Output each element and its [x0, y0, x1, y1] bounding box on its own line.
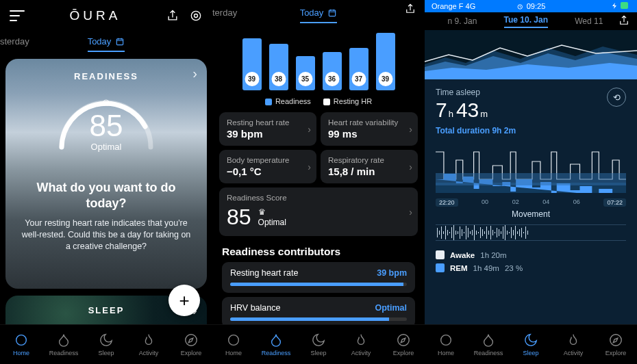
history-bars[interactable]: 393835363739 [212, 27, 425, 90]
nav-activity[interactable]: Activity [342, 333, 380, 356]
calendar-icon [327, 8, 337, 18]
nav-readiness[interactable]: Readiness [45, 333, 83, 356]
carrier-label: Orange F 4G [432, 2, 475, 10]
tab-today[interactable]: Today [300, 8, 338, 23]
explore-icon [396, 333, 411, 348]
svg-rect-2 [117, 38, 123, 44]
share-icon[interactable] [618, 14, 630, 27]
date-next[interactable]: Wed 11 [575, 16, 603, 26]
contributor-row[interactable]: Resting heart rate39 bpm [222, 262, 415, 293]
stat-cell[interactable]: Resting heart rate39 bpm› [219, 112, 316, 146]
readiness-icon [268, 333, 284, 348]
date-active[interactable]: Tue 10. Jan [504, 15, 548, 28]
svg-point-4 [186, 335, 197, 346]
bottom-nav: HomeReadinessSleepActivityExplore [0, 324, 212, 364]
svg-point-7 [398, 335, 410, 346]
activity-icon [141, 333, 156, 348]
sleep-detail: ⟲ Time asleep 7h43m Total duration 9h 2m… [425, 79, 637, 324]
date-tabs: n 9. Jan Tue 10. Jan Wed 11 [425, 12, 637, 30]
stages-area-chart[interactable] [425, 30, 637, 79]
nav-readiness[interactable]: Readiness [257, 333, 295, 356]
app-header: ŌURA [0, 0, 212, 31]
svg-rect-9 [621, 2, 628, 9]
share-icon[interactable] [404, 3, 416, 15]
nav-sleep[interactable]: Sleep [87, 333, 125, 356]
readiness-score: 85 [48, 109, 164, 143]
history-bar[interactable]: 39 [242, 38, 262, 90]
calendar-icon [115, 37, 125, 47]
bars-legend: Readiness Resting HR [212, 97, 425, 105]
explore-icon [608, 333, 623, 348]
date-tabs: terday Today [212, 4, 425, 23]
svg-point-12 [610, 335, 622, 346]
history-bar[interactable]: 38 [269, 44, 288, 90]
brand-logo: ŌURA [70, 8, 121, 23]
stats-grid: Resting heart rate39 bpm›Heart rate vari… [212, 105, 425, 236]
nav-activity[interactable]: Activity [554, 333, 592, 356]
chevron-right-icon: › [409, 207, 412, 218]
add-button[interactable]: + [168, 285, 200, 316]
readiness-score-cell[interactable]: Readiness Score 85 ♛Optimal › [219, 187, 418, 236]
menu-icon[interactable] [10, 10, 25, 21]
tab-today[interactable]: Today [88, 36, 125, 52]
contributor-row[interactable]: HRV balanceOptimal [222, 297, 415, 328]
readiness-title: READINESS [74, 71, 138, 81]
nav-home[interactable]: Home [427, 333, 465, 356]
crown-icon: ♛ [48, 98, 164, 108]
bottom-nav: HomeReadinessSleepActivityExplore [425, 324, 637, 364]
prompt-body: Your resting heart rate indicates that y… [21, 218, 192, 252]
nav-activity[interactable]: Activity [129, 333, 168, 356]
sleep-icon [99, 333, 114, 348]
readiness-icon [481, 333, 496, 348]
goal-icon[interactable]: ⟲ [607, 88, 626, 107]
home-screen: ŌURA sterday Today › READINESS ♛ 85 Opti… [0, 0, 212, 364]
legend-row: REM1h 49m23 % [436, 263, 626, 272]
date-prev[interactable]: n 9. Jan [448, 16, 477, 26]
ios-status-bar: Orange F 4G 09:25 [425, 0, 637, 12]
time-asleep-value: 7h43m [436, 99, 626, 122]
share-icon[interactable] [166, 9, 179, 23]
stages-legend: Awake1h 20mREM1h 49m23 % [436, 250, 626, 272]
tab-yesterday[interactable]: terday [212, 8, 237, 23]
history-bar[interactable]: 39 [376, 33, 395, 90]
stat-cell[interactable]: Body temperature−0,1 °C› [219, 150, 316, 183]
date-tabs: sterday Today [0, 33, 212, 52]
bar-value: 39 [378, 72, 392, 86]
svg-point-0 [191, 11, 200, 20]
chevron-right-icon: › [308, 161, 311, 172]
history-bar[interactable]: 36 [323, 52, 342, 90]
nav-home[interactable]: Home [2, 333, 40, 356]
svg-rect-5 [329, 10, 336, 16]
nav-explore[interactable]: Explore [384, 333, 423, 356]
readiness-status: Optimal [48, 142, 164, 152]
nav-sleep[interactable]: Sleep [299, 333, 338, 356]
target-icon[interactable] [189, 9, 203, 23]
nav-home[interactable]: Home [214, 333, 253, 356]
nav-readiness[interactable]: Readiness [469, 333, 508, 356]
stat-cell[interactable]: Heart rate variability99 ms› [321, 112, 418, 146]
hypnogram[interactable]: 22:200002040607:22 [436, 145, 626, 204]
nav-explore[interactable]: Explore [597, 333, 635, 356]
bar-value: 35 [298, 72, 312, 86]
nav-sleep[interactable]: Sleep [512, 333, 550, 356]
home-icon [438, 333, 453, 348]
tab-yesterday[interactable]: sterday [0, 36, 29, 52]
movement-title: Movement [436, 209, 626, 219]
sleep-title: SLEEP [88, 305, 125, 315]
chevron-right-icon: › [308, 124, 311, 135]
nav-explore[interactable]: Explore [172, 333, 210, 356]
time-asleep-label: Time asleep [436, 88, 626, 97]
sleep-icon [523, 333, 538, 348]
alarm-icon [516, 3, 524, 10]
history-bar[interactable]: 37 [349, 48, 369, 90]
stat-cell[interactable]: Respiratory rate15,8 / min› [321, 150, 418, 183]
readiness-card[interactable]: › READINESS ♛ 85 Optimal What do you wan… [5, 59, 207, 289]
bar-value: 37 [351, 72, 366, 86]
readiness-gauge: ♛ 85 Optimal [48, 86, 164, 154]
svg-point-3 [16, 335, 27, 346]
history-bar[interactable]: 35 [296, 56, 315, 90]
crown-icon: ♛ [258, 208, 286, 216]
home-icon [226, 333, 241, 348]
sleep-screen: Orange F 4G 09:25 n 9. Jan Tue 10. Jan W… [425, 0, 637, 364]
activity-icon [566, 333, 581, 348]
